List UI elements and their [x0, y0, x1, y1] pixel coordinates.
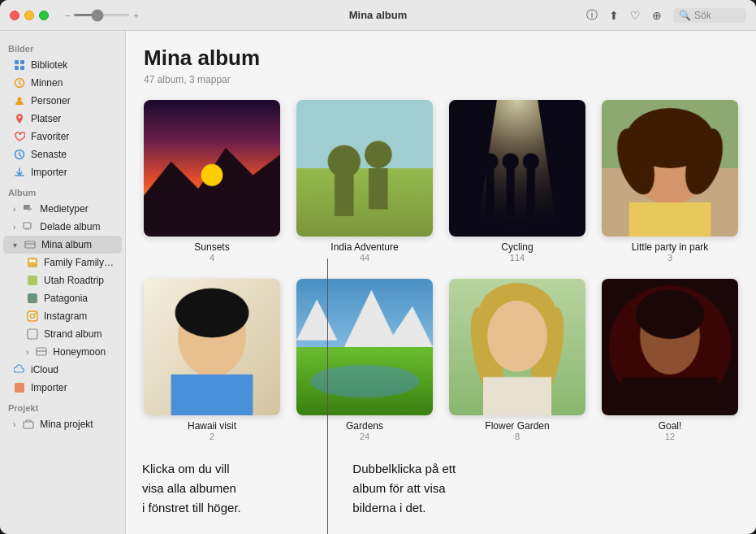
- album-cycling[interactable]: Cycling 114: [449, 100, 585, 263]
- honeymoon-label: Honeymoon: [53, 346, 106, 358]
- svg-rect-15: [28, 276, 37, 285]
- projekt-icon: [22, 418, 35, 431]
- sidebar-item-importer2[interactable]: Importer: [3, 379, 122, 397]
- sidebar-item-minnen[interactable]: Minnen: [3, 74, 122, 92]
- medietyper-label: Medietyper: [40, 203, 88, 215]
- sidebar-item-favoriter[interactable]: Favoriter: [3, 128, 122, 145]
- zoom-slider[interactable]: [73, 14, 130, 16]
- strand-label: Strand album: [44, 328, 102, 340]
- icloud-label: iCloud: [31, 364, 58, 376]
- medietyper-icon: [22, 202, 35, 215]
- sidebar-item-utah-roadtrip[interactable]: Utah Roadtrip: [3, 271, 122, 289]
- album-cycling-count: 114: [510, 253, 525, 263]
- info-icon[interactable]: ⓘ: [586, 8, 598, 23]
- instagram-icon: [26, 310, 39, 323]
- personer-icon: [13, 94, 26, 107]
- importer2-label: Importer: [31, 382, 67, 393]
- mina-album-chevron: ▾: [13, 241, 17, 250]
- svg-rect-23: [24, 422, 33, 428]
- sidebar-item-importer[interactable]: Importer: [3, 163, 122, 181]
- sidebar-item-medietyper[interactable]: › Medietyper: [3, 200, 122, 218]
- album-gardens-count: 24: [360, 432, 369, 441]
- content-area: Mina album 47 album, 3 mappar Sunsets 4: [126, 31, 756, 534]
- family-label: Family Family…: [44, 257, 114, 268]
- icloud-icon: [13, 363, 26, 376]
- sidebar-section-album: Album: [0, 181, 125, 200]
- svg-rect-12: [28, 258, 37, 267]
- platser-icon: [13, 112, 26, 125]
- album-india-count: 44: [360, 253, 369, 263]
- projekt-chevron: ›: [13, 420, 15, 429]
- sidebar-item-strand-album[interactable]: Strand album: [3, 325, 122, 343]
- album-party[interactable]: Little party in park 3: [602, 100, 738, 263]
- sidebar-item-mina-projekt[interactable]: › Mina projekt: [3, 415, 122, 433]
- sidebar-item-personer[interactable]: Personer: [3, 92, 122, 110]
- utah-icon: [26, 274, 39, 287]
- album-hawaii-name: Hawaii visit: [188, 420, 236, 432]
- mina-projekt-label: Mina projekt: [40, 419, 93, 430]
- family-icon: [26, 256, 39, 269]
- annotation-left-text: Klicka om du vill visa alla albumen i fö…: [142, 459, 241, 518]
- sidebar-item-patagonia[interactable]: Patagonia: [3, 289, 122, 307]
- svg-rect-0: [15, 60, 19, 64]
- album-flower[interactable]: Flower Garden 8: [449, 279, 585, 441]
- album-hawaii-count: 2: [210, 432, 214, 441]
- album-gardens[interactable]: Gardens 24: [296, 279, 433, 441]
- album-goal-name: Goal!: [659, 420, 682, 432]
- page-title: Mina album: [144, 46, 738, 71]
- heart-icon[interactable]: ♡: [630, 9, 641, 22]
- album-party-thumb: [602, 100, 738, 237]
- medietyper-chevron: ›: [13, 205, 15, 214]
- senaste-icon: [13, 148, 26, 161]
- album-sunsets[interactable]: Sunsets 4: [144, 100, 280, 263]
- album-hawaii[interactable]: Hawaii visit 2: [144, 279, 280, 441]
- add-icon[interactable]: ⊕: [652, 9, 662, 22]
- album-gardens-name: Gardens: [346, 420, 383, 432]
- search-bar[interactable]: 🔍 Sök: [673, 8, 746, 23]
- sidebar-item-family-family[interactable]: Family Family…: [3, 254, 122, 271]
- svg-rect-16: [28, 293, 37, 303]
- importer-icon: [13, 166, 26, 179]
- album-cycling-thumb: [449, 100, 585, 237]
- minimize-button[interactable]: [24, 11, 34, 20]
- svg-rect-3: [20, 66, 24, 70]
- titlebar: − + Mina album ⓘ ⬆ ♡ ⊕ 🔍 Sök: [0, 0, 756, 31]
- honeymoon-chevron: ›: [26, 348, 28, 357]
- annotation-right-text: Dubbelklicka på ett album för att visa b…: [352, 459, 456, 518]
- maximize-button[interactable]: [39, 11, 49, 20]
- favoriter-icon: [13, 130, 26, 143]
- svg-rect-20: [28, 329, 37, 339]
- album-flower-thumb: [449, 279, 585, 415]
- search-icon: 🔍: [679, 10, 691, 21]
- sidebar-section-bilder: Bilder: [0, 37, 125, 56]
- importer2-icon: [13, 381, 26, 394]
- album-gardens-thumb: [296, 279, 433, 415]
- svg-rect-22: [15, 383, 24, 393]
- window-title: Mina album: [349, 9, 408, 21]
- album-goal[interactable]: Goal! 12: [602, 279, 738, 441]
- sidebar-item-delade-album[interactable]: › Delade album: [3, 218, 122, 236]
- sidebar-item-bibliotek[interactable]: Bibliotek: [3, 56, 122, 74]
- content-subtitle: 47 album, 3 mappar: [144, 74, 738, 85]
- close-button[interactable]: [10, 11, 19, 20]
- album-cycling-name: Cycling: [501, 241, 533, 253]
- album-sunsets-name: Sunsets: [194, 241, 229, 253]
- album-party-count: 3: [667, 253, 672, 263]
- traffic-lights: [10, 11, 49, 20]
- album-india[interactable]: India Adventure 44: [296, 100, 433, 263]
- sidebar-item-platser[interactable]: Platser: [3, 110, 122, 128]
- album-flower-name: Flower Garden: [485, 420, 549, 432]
- zoom-control: − +: [65, 11, 139, 20]
- sidebar-item-honeymoon[interactable]: › Honeymoon: [3, 343, 122, 361]
- share-icon[interactable]: ⬆: [609, 9, 619, 22]
- main-layout: Bilder Bibliotek: [0, 31, 756, 534]
- album-flower-count: 8: [515, 432, 520, 441]
- patagonia-icon: [26, 292, 39, 305]
- mina-album-icon: [24, 238, 37, 251]
- album-sunsets-thumb: [144, 100, 280, 237]
- delade-icon: [22, 220, 35, 233]
- sidebar-item-senaste[interactable]: Senaste: [3, 145, 122, 163]
- sidebar-item-instagram[interactable]: Instagram: [3, 307, 122, 325]
- sidebar-item-mina-album[interactable]: ▾ Mina album: [3, 236, 122, 254]
- sidebar-item-icloud[interactable]: iCloud: [3, 361, 122, 379]
